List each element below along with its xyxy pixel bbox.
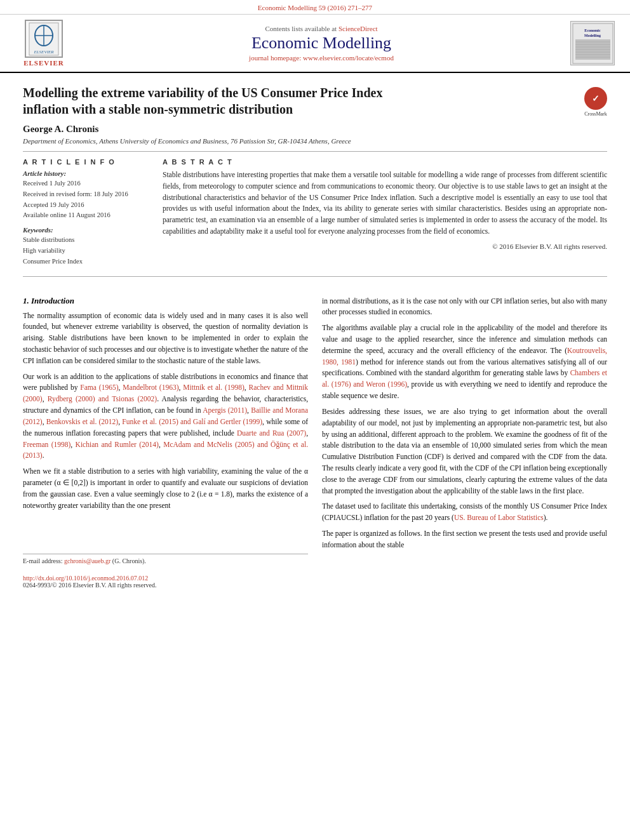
email-label: E-mail address: (23, 557, 62, 564)
email-link[interactable]: gchronis@aueb.gr (64, 557, 111, 564)
right-para-3: Besides addressing these issues, we are … (322, 406, 607, 497)
divider-1 (23, 151, 607, 152)
page: Economic Modelling 59 (2016) 271–277 ELS… (0, 0, 630, 840)
keywords: Stable distributions High variability Co… (23, 235, 150, 267)
journal-reference-bar: Economic Modelling 59 (2016) 271–277 (0, 0, 630, 15)
ref-duarte[interactable]: Duarte and Rua (2007) (237, 429, 306, 437)
article-history-label: Article history: (23, 170, 150, 177)
ref-mandelbrot[interactable]: Mandelbrot (1963) (123, 383, 178, 391)
right-para-1: in normal distributions, as it is the ca… (322, 296, 607, 319)
footer-bottom: http://dx.doi.org/10.1016/j.econmod.2016… (0, 572, 630, 591)
keyword-3: Consumer Price Index (23, 258, 83, 265)
ref-chambers[interactable]: Chambers et al. (1976) and Weron (1996) (322, 369, 607, 388)
keyword-2: High variability (23, 247, 65, 254)
author-affiliation: Department of Economics, Athens Universi… (23, 137, 607, 145)
info-row: A R T I C L E I N F O Article history: R… (23, 158, 607, 267)
article-dates: Received 1 July 2016 Received in revised… (23, 178, 150, 221)
article-title: Modelling the extreme variability of the… (23, 84, 429, 117)
ref-funke[interactable]: Funke et al. (2015) and Galí and Gertler… (122, 418, 262, 425)
ref-rydberg[interactable]: Rydberg (2000) and Tsionas (2002) (48, 395, 157, 403)
email-suffix: (G. Chronis). (112, 557, 146, 564)
footer-issn: 0264-9993/© 2016 Elsevier B.V. All right… (23, 582, 156, 589)
footnote-divider (23, 554, 308, 554)
footnote-area: E-mail address: gchronis@aueb.gr (G. Chr… (23, 516, 308, 566)
ref-mittnik[interactable]: Mittnik et al. (1998) (183, 383, 244, 391)
article-area: ✓ CrossMark Modelling the extreme variab… (0, 73, 630, 277)
abstract-col: A B S T R A C T Stable distributions hav… (163, 158, 607, 267)
svg-text:✓: ✓ (592, 94, 600, 103)
abstract-text: Stable distributions have interesting pr… (163, 170, 607, 237)
keyword-1: Stable distributions (23, 236, 74, 243)
svg-text:Modelling: Modelling (584, 34, 600, 37)
elsevier-logo-box: ELSEVIER (25, 20, 63, 58)
article-info-section-label: A R T I C L E I N F O (23, 158, 150, 166)
crossmark-area: ✓ CrossMark (584, 87, 607, 117)
homepage-url[interactable]: www.elsevier.com/locate/ecmod (303, 54, 394, 62)
author-name: George A. Chronis (23, 124, 607, 135)
left-para-2: Our work is an addition to the applicati… (23, 371, 308, 462)
contents-line: Contents lists available at ScienceDirec… (72, 25, 570, 32)
svg-text:Economic: Economic (584, 29, 601, 32)
elsevier-brand-text: ELSEVIER (23, 59, 64, 67)
journal-title: Economic Modelling (72, 34, 570, 53)
ref-freeman[interactable]: Freeman (1998) (23, 441, 70, 448)
journal-ref-text: Economic Modelling 59 (2016) 271–277 (258, 4, 372, 11)
right-para-2: The algorithms available play a crucial … (322, 323, 607, 402)
left-col: 1. Introduction The normality assumption… (23, 296, 308, 566)
crossmark-icon: ✓ (584, 87, 607, 110)
ref-koutrouvelis[interactable]: Koutrouvelis, 1980, 1981 (322, 347, 607, 366)
footer-doi[interactable]: http://dx.doi.org/10.1016/j.econmod.2016… (23, 575, 156, 582)
ref-kichian[interactable]: Kichian and Rumler (2014) (76, 441, 159, 448)
accepted-date: Accepted 19 July 2016 (23, 201, 84, 208)
journal-homepage: journal homepage: www.elsevier.com/locat… (72, 54, 570, 62)
crossmark-label: CrossMark (584, 111, 607, 117)
ref-benkovskis[interactable]: Benkovskis et al. (2012) (46, 418, 118, 425)
journal-header: ELSEVIER ELSEVIER Contents lists availab… (0, 15, 630, 73)
left-para-3: When we fit a stable distribution to a s… (23, 466, 308, 511)
right-para-5: The paper is organized as follows. In th… (322, 528, 607, 551)
ref-apergis[interactable]: Apergis (2011) (203, 406, 247, 414)
svg-text:ELSEVIER: ELSEVIER (33, 50, 54, 55)
ref-bls[interactable]: US. Bureau of Labor Statistics (454, 514, 544, 521)
intro-title: 1. Introduction (23, 296, 308, 306)
received-revised-date: Received in revised form: 18 July 2016 (23, 190, 128, 197)
right-col: in normal distributions, as it is the ca… (322, 296, 607, 566)
main-body: 1. Introduction The normality assumption… (0, 283, 630, 573)
journal-thumbnail: Economic Modelling (570, 21, 615, 65)
elsevier-logo: ELSEVIER ELSEVIER (15, 20, 72, 67)
journal-header-center: Contents lists available at ScienceDirec… (72, 25, 570, 62)
abstract-header: A B S T R A C T (163, 158, 607, 166)
article-info-col: A R T I C L E I N F O Article history: R… (23, 158, 150, 267)
available-date: Available online 11 August 2016 (23, 211, 111, 218)
divider-2 (23, 276, 607, 277)
ref-fama[interactable]: Fama (1965) (80, 383, 118, 391)
footnote-email: E-mail address: gchronis@aueb.gr (G. Chr… (23, 557, 308, 566)
left-para-1: The normality assumption of economic dat… (23, 310, 308, 367)
sciencedirect-link[interactable]: ScienceDirect (338, 25, 378, 32)
received-date: Received 1 July 2016 (23, 180, 81, 187)
homepage-label: journal homepage: (249, 54, 301, 62)
keywords-label: Keywords: (23, 226, 150, 234)
right-para-4: The dataset used to facilitate this unde… (322, 501, 607, 524)
footer-doi-area: http://dx.doi.org/10.1016/j.econmod.2016… (23, 575, 156, 589)
copyright-line: © 2016 Elsevier B.V. All rights reserved… (163, 243, 607, 250)
